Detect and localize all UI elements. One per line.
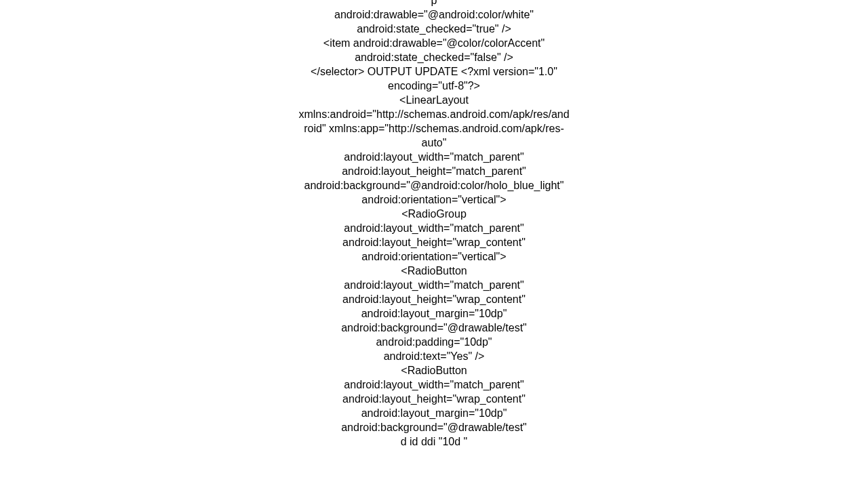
code-line: android:background="@drawable/test" <box>298 321 570 335</box>
code-line: android:layout_height="match_parent" <box>298 164 570 178</box>
code-line: <RadioButton <box>298 264 570 278</box>
code-line: <item android:drawable="@color/colorAcce… <box>298 36 570 64</box>
code-line: android:layout_height="wrap_content" <box>298 292 570 306</box>
code-line: android:background="@android:color/holo_… <box>298 178 570 192</box>
code-content: p android:drawable="@android:color/white… <box>298 0 570 488</box>
code-line: <LinearLayout xmlns:android="http://sche… <box>298 93 570 150</box>
code-line: <RadioGroup <box>298 207 570 221</box>
code-line: android:layout_margin="10dp" <box>298 406 570 420</box>
code-line: </selector> OUTPUT UPDATE <?xml version=… <box>298 64 570 93</box>
code-line: android:orientation="vertical"> <box>298 249 570 264</box>
code-line: <RadioButton <box>298 363 570 378</box>
code-line: android:background="@drawable/test" <box>298 420 570 434</box>
code-line: android:orientation="vertical"> <box>298 192 570 207</box>
code-line: android:layout_width="match_parent" <box>298 150 570 164</box>
code-line: d id ddi "10d " <box>298 434 570 449</box>
code-line: android:layout_width="match_parent" <box>298 378 570 392</box>
code-line: android:layout_margin="10dp" <box>298 306 570 321</box>
code-line: p <box>298 0 570 7</box>
code-line: android:padding="10dp" <box>298 335 570 349</box>
code-line: android:layout_width="match_parent" <box>298 278 570 292</box>
code-line: android:layout_height="wrap_content" <box>298 392 570 406</box>
code-line: android:drawable="@android:color/white" … <box>298 7 570 36</box>
code-line: android:text="Yes" /> <box>298 349 570 363</box>
code-line: android:layout_width="match_parent" <box>298 221 570 235</box>
code-line: android:layout_height="wrap_content" <box>298 235 570 249</box>
